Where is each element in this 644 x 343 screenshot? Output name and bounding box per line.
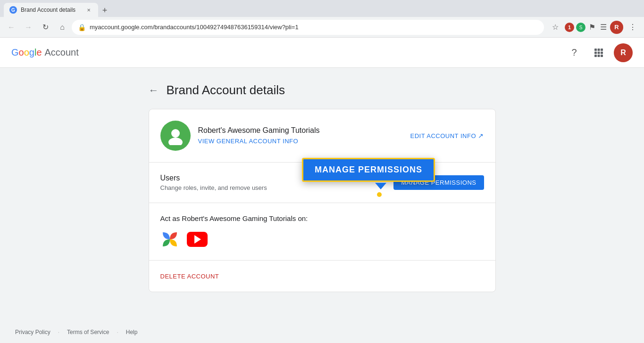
google-photos-icon[interactable] bbox=[160, 230, 179, 249]
google-account-header: Google Account ? bbox=[0, 38, 644, 68]
back-arrow-button[interactable]: ← bbox=[149, 84, 159, 97]
bookmark-star-button[interactable]: ☆ bbox=[548, 20, 563, 35]
svg-rect-10 bbox=[594, 55, 597, 57]
act-as-section: Act as Robert's Awesome Gaming Tutorials… bbox=[149, 203, 495, 261]
terms-of-service-link[interactable]: Terms of Service bbox=[67, 329, 109, 335]
active-tab[interactable]: G Brand Account details ✕ bbox=[4, 3, 98, 17]
manage-permissions-tooltip: MANAGE PERMISSIONS bbox=[302, 158, 435, 182]
extension-3-icon[interactable]: ⚑ bbox=[587, 23, 597, 32]
footer-sep-2: · bbox=[117, 329, 118, 335]
account-info-row: Robert's Awesome Gaming Tutorials VIEW G… bbox=[160, 121, 484, 151]
account-info-left: Robert's Awesome Gaming Tutorials VIEW G… bbox=[160, 121, 320, 151]
tab-favicon: G bbox=[9, 6, 17, 14]
menu-button[interactable]: ⋮ bbox=[625, 20, 640, 35]
svg-rect-4 bbox=[594, 49, 597, 51]
delete-account-link[interactable]: DELETE ACCOUNT bbox=[160, 273, 219, 280]
extension-2-icon[interactable]: S bbox=[576, 23, 585, 32]
reload-button[interactable]: ↻ bbox=[38, 20, 53, 35]
users-info: Users Change roles, invite, and remove u… bbox=[160, 174, 267, 191]
account-info-right: EDIT ACCOUNT INFO ↗ bbox=[410, 132, 484, 139]
svg-text:S: S bbox=[579, 25, 583, 30]
services-row bbox=[160, 230, 484, 249]
external-link-icon: ↗ bbox=[478, 132, 484, 139]
svg-point-14 bbox=[168, 138, 183, 145]
help-link[interactable]: Help bbox=[126, 329, 138, 335]
svg-text:G: G bbox=[11, 8, 15, 13]
youtube-icon[interactable] bbox=[187, 232, 208, 247]
toolbar-right: ☆ 1 S ⚑ ☰ R ⋮ bbox=[548, 20, 640, 35]
tooltip-label: MANAGE PERMISSIONS bbox=[315, 165, 422, 174]
footer: Privacy Policy · Terms of Service · Help bbox=[0, 321, 644, 343]
users-title: Users bbox=[160, 174, 267, 182]
account-brand-avatar bbox=[160, 121, 191, 151]
account-details: Robert's Awesome Gaming Tutorials VIEW G… bbox=[198, 126, 320, 145]
main-content-area: ← Brand Account details bbox=[134, 68, 511, 321]
header-right: ? R bbox=[565, 43, 633, 62]
help-button[interactable]: ? bbox=[565, 43, 584, 62]
extension-1-icon[interactable]: 1 bbox=[565, 23, 574, 32]
new-tab-button[interactable]: + bbox=[98, 4, 111, 17]
privacy-policy-link[interactable]: Privacy Policy bbox=[15, 329, 50, 335]
svg-rect-11 bbox=[598, 55, 600, 57]
lock-icon: 🔒 bbox=[78, 24, 86, 31]
edit-account-info-link[interactable]: EDIT ACCOUNT INFO ↗ bbox=[410, 132, 484, 139]
page-content: ← Brand Account details bbox=[0, 68, 644, 343]
svg-rect-7 bbox=[594, 51, 597, 54]
tab-title: Brand Account details bbox=[21, 7, 75, 13]
tooltip-arrow bbox=[375, 183, 386, 189]
page-title: Brand Account details bbox=[167, 83, 285, 98]
account-avatar-button[interactable]: R bbox=[614, 43, 633, 62]
home-button[interactable]: ⌂ bbox=[55, 20, 70, 35]
account-info-section: Robert's Awesome Gaming Tutorials VIEW G… bbox=[149, 109, 495, 163]
act-as-title: Act as Robert's Awesome Gaming Tutorials… bbox=[160, 214, 484, 222]
svg-rect-9 bbox=[601, 51, 603, 54]
page-title-row: ← Brand Account details bbox=[149, 83, 496, 98]
back-button[interactable]: ← bbox=[4, 20, 19, 35]
browser-toolbar: ← → ↻ ⌂ 🔒 myaccount.google.com/brandacco… bbox=[0, 17, 644, 38]
view-general-account-link[interactable]: VIEW GENERAL ACCOUNT INFO bbox=[198, 138, 299, 145]
tab-close-button[interactable]: ✕ bbox=[85, 6, 92, 14]
google-logo: Google Account bbox=[11, 47, 79, 58]
users-subtitle: Change roles, invite, and remove users bbox=[160, 184, 267, 191]
account-name: Robert's Awesome Gaming Tutorials bbox=[198, 126, 320, 135]
browser-profile-button[interactable]: R bbox=[610, 21, 623, 34]
account-card: Robert's Awesome Gaming Tutorials VIEW G… bbox=[149, 109, 496, 292]
svg-rect-5 bbox=[598, 49, 600, 51]
tooltip-dot bbox=[377, 192, 382, 197]
person-icon bbox=[166, 126, 185, 145]
apps-grid-button[interactable] bbox=[589, 43, 608, 62]
tab-bar: G Brand Account details ✕ + bbox=[0, 0, 644, 17]
youtube-play-icon bbox=[194, 235, 201, 244]
svg-rect-12 bbox=[601, 55, 603, 57]
svg-rect-6 bbox=[601, 49, 603, 51]
svg-point-13 bbox=[171, 129, 180, 138]
address-bar[interactable]: 🔒 myaccount.google.com/brandaccounts/100… bbox=[72, 20, 544, 35]
account-text: Account bbox=[45, 47, 79, 58]
delete-section: DELETE ACCOUNT bbox=[149, 261, 495, 292]
address-text: myaccount.google.com/brandaccounts/10049… bbox=[90, 24, 538, 31]
logo-g: Google bbox=[11, 47, 42, 58]
footer-sep-1: · bbox=[58, 329, 59, 335]
svg-rect-8 bbox=[598, 51, 600, 54]
forward-button[interactable]: → bbox=[21, 20, 36, 35]
extension-4-icon[interactable]: ☰ bbox=[599, 23, 608, 32]
